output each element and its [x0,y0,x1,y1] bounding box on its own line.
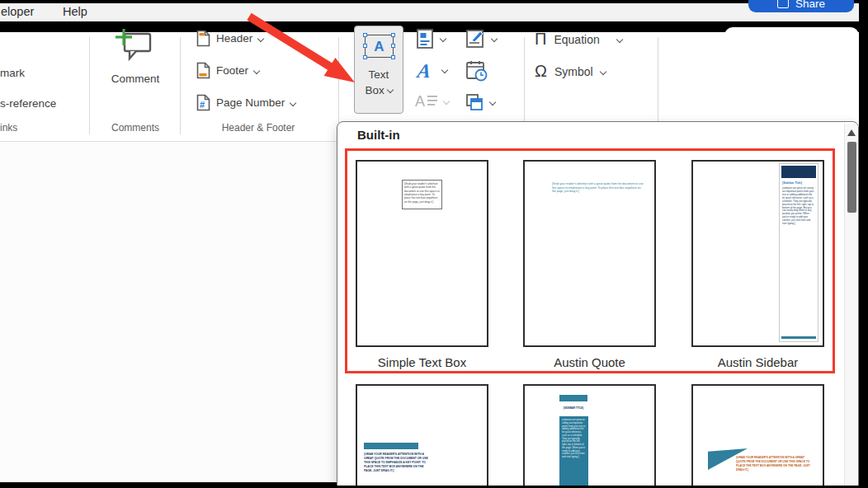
equation-label: Equation [554,33,599,46]
header-button[interactable]: Header [196,30,263,47]
comments-group-label: Comments [97,122,173,134]
chevron-down-icon [489,99,496,106]
page-number-button[interactable]: # Page Number [196,94,295,111]
chevron-down-icon [290,99,296,106]
quick-parts-icon [415,28,435,49]
document-canvas[interactable] [0,141,337,483]
page-number-label: Page Number [216,96,285,109]
date-time-icon [465,59,489,82]
svg-text:A: A [415,60,432,81]
symbol-icon: Ω [535,62,547,81]
gallery-item-austin-sidebar[interactable]: [Sidebar Title] [Sidebars are great for … [691,160,824,347]
footer-label: Footer [216,64,248,77]
gallery-item-simple-text-box[interactable]: [Grab your reader's attention with a gre… [356,160,488,347]
header-label: Header [216,32,252,45]
gallery-item-row2-3[interactable]: [GRAB YOUR READER'S ATTENTION WITH A GRE… [691,384,824,488]
chevron-down-icon [257,35,264,41]
right-edge [859,0,868,488]
tab-developer[interactable]: eloper [1,3,34,20]
austin-quote-preview: [Grab your reader's attention with a gre… [552,182,644,194]
svg-text:A: A [415,93,425,110]
chevron-down-icon [253,67,260,73]
wordart-icon: A [415,59,436,81]
gallery-item-row2-1[interactable]: [GRAB YOUR READER'S ATTENTION WITH A GRE… [356,384,488,488]
quick-parts-button[interactable] [415,28,446,49]
share-icon [777,0,789,8]
gallery-item-row2-2[interactable]: [SIDEBAR TITLE] [Sidebars are great for … [523,384,656,488]
gallery-item-austin-quote[interactable]: [Grab your reader's attention with a gre… [523,160,656,347]
text-box-button[interactable]: A Text Box [354,26,403,114]
signature-line-icon [465,28,486,49]
builtin-heading: Built-in [357,128,400,142]
symbol-label: Symbol [554,65,593,78]
comment-button[interactable]: Comment [101,73,170,85]
header-icon [196,30,210,47]
chevron-down-icon [599,68,606,74]
chevron-down-icon [440,35,446,42]
drop-cap-button[interactable]: A [415,92,449,110]
object-button[interactable] [465,92,495,112]
share-button[interactable]: Share [748,0,854,12]
group-separator [338,37,339,134]
word-insert-ribbon-screenshot: eloper Help Share mark s-reference inks … [0,0,868,488]
symbol-button[interactable]: Ω Symbol [535,62,606,81]
group-separator [658,37,658,134]
new-comment-icon [114,28,155,63]
gallery-label-austin-sidebar: Austin Sidebar [683,355,833,369]
scroll-up-arrow[interactable] [847,129,856,136]
drop-cap-icon: A [415,92,438,110]
page-number-icon: # [196,94,210,111]
scrollbar-thumb[interactable] [847,142,856,213]
text-box-icon: A [365,35,394,58]
header-footer-group-label: Header & Footer [188,122,328,134]
equation-button[interactable]: Π Equation [535,30,622,49]
svg-text:#: # [200,100,205,110]
chevron-down-icon [386,87,393,93]
top-edge [0,0,868,3]
text-box-gallery-dropdown: Built-in [Grab your reader's attention w… [337,121,859,488]
group-separator [524,37,525,134]
gallery-scrollbar[interactable] [844,124,859,487]
footer-icon [196,62,210,79]
tab-help[interactable]: Help [63,3,87,20]
wordart-button[interactable]: A [415,59,447,81]
object-icon [465,92,484,112]
austin-sidebar-preview: [Sidebar Title] [Sidebars are great for … [779,163,818,342]
date-time-button[interactable] [465,59,489,82]
group-separator [180,37,181,134]
chevron-down-icon [491,35,498,42]
gallery-label-austin-quote: Austin Quote [515,355,664,369]
share-button-label: Share [795,0,825,10]
bookmark-button[interactable]: mark [0,67,25,79]
chevron-down-icon [443,98,450,105]
gallery-label-simple-text-box: Simple Text Box [347,355,497,369]
chevron-down-icon [441,67,448,73]
simple-text-box-preview: [Grab your reader's attention with a gre… [402,180,442,209]
ribbon-tab-row: eloper Help [0,3,859,21]
cross-reference-button[interactable]: s-reference [0,97,56,110]
chevron-down-icon [616,35,622,42]
text-box-label-2: Box [355,84,403,96]
footer-button[interactable]: Footer [196,62,259,79]
sidebar-title: [Sidebar Title] [782,181,815,185]
text-box-label-1: Text [355,68,403,81]
signature-line-button[interactable] [465,28,497,49]
equation-icon: Π [535,30,546,49]
group-separator [89,37,90,134]
links-group-label: inks [0,122,28,134]
